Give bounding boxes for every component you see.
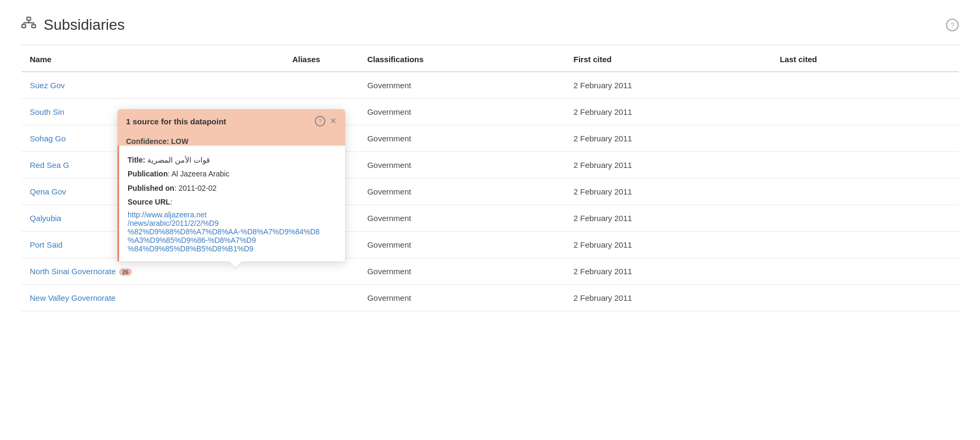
popover-header-right: ? ✕ [315,116,337,126]
publication-value: Al Jazeera Arabic [171,170,229,178]
first-cited-cell: 2 February 2011 [565,258,772,285]
popover-help-icon[interactable]: ? [315,116,325,126]
svg-rect-1 [22,24,26,28]
name-link[interactable]: South Sin [30,107,64,116]
table-row: New Valley GovernorateGovernment2 Februa… [21,285,959,311]
last-cited-cell [771,285,959,311]
table-row: Suez GovGovernment2 February 2011 [21,72,959,99]
name-link[interactable]: Suez Gov [30,81,65,90]
name-link[interactable]: North Sinai Governorate [30,267,116,276]
first-cited-cell: 2 February 2011 [565,285,772,311]
table-header-row: Name Aliases Classifications First cited… [21,45,959,72]
aliases-cell [284,72,359,99]
classification-cell: Government [359,179,565,205]
popover-publication-row: Publication: Al Jazeera Arabic [128,168,337,180]
page-header: Subsidiaries ? [21,16,959,34]
page-container: Subsidiaries ? 1 source for this datapoi… [0,0,980,440]
name-cell[interactable]: Suez Gov [21,72,284,99]
source-popover: 1 source for this datapoint ? ✕ Confiden… [117,109,346,262]
popover-body: Title: قوات الأمن المصرية Publication: A… [118,146,345,261]
confidence-value: LOW [171,137,189,146]
page-title: Subsidiaries [44,16,125,33]
classification-cell: Government [359,232,565,258]
col-header-last-cited: Last cited [771,45,959,72]
title-label: Title: [128,156,145,164]
popover-close-button[interactable]: ✕ [330,117,337,125]
classification-cell: Government [359,152,565,179]
publication-label: Publication [128,170,167,178]
table-wrapper: 1 source for this datapoint ? ✕ Confiden… [21,45,959,311]
svg-rect-0 [27,17,31,20]
name-link[interactable]: New Valley Governorate [30,293,115,302]
aliases-cell [284,258,359,285]
classification-cell: Government [359,205,565,232]
table-row: North Sinai Governorate26Government2 Feb… [21,258,959,285]
last-cited-cell [771,125,959,152]
confidence-label: Confidence: [126,137,169,146]
classification-cell: Government [359,125,565,152]
col-header-name: Name [21,45,284,72]
last-cited-cell [771,99,959,125]
title-value: قوات الأمن المصرية [147,156,210,164]
last-cited-cell [771,258,959,285]
first-cited-cell: 2 February 2011 [565,99,772,125]
first-cited-cell: 2 February 2011 [565,179,772,205]
name-link[interactable]: Red Sea G [30,160,69,170]
col-header-first-cited: First cited [565,45,772,72]
source-url-link[interactable]: http://www.aljazeera.net/news/arabic/201… [128,210,337,253]
last-cited-cell [771,152,959,179]
aliases-cell [284,285,359,311]
name-badge: 26 [119,268,132,276]
help-icon[interactable]: ? [946,19,959,31]
name-link[interactable]: Qalyubia [30,214,61,223]
first-cited-cell: 2 February 2011 [565,152,772,179]
first-cited-cell: 2 February 2011 [565,205,772,232]
classification-cell: Government [359,285,565,311]
name-link[interactable]: Sohag Go [30,134,66,143]
org-icon [21,16,36,34]
popover-title-row: Title: قوات الأمن المصرية [128,154,337,166]
popover-header: 1 source for this datapoint ? ✕ [118,109,345,133]
first-cited-cell: 2 February 2011 [565,125,772,152]
page-title-group: Subsidiaries [21,16,125,34]
source-url-label: Source URL [128,198,170,206]
popover-header-title: 1 source for this datapoint [126,117,226,126]
svg-rect-2 [32,24,36,28]
name-cell[interactable]: North Sinai Governorate26 [21,258,284,285]
popover-source-url-row: Source URL: [128,196,337,208]
classification-cell: Government [359,72,565,99]
last-cited-cell [771,179,959,205]
first-cited-cell: 2 February 2011 [565,232,772,258]
last-cited-cell [771,205,959,232]
popover-published-on-row: Published on: 2011-02-02 [128,182,337,194]
popover-confidence: Confidence: LOW [118,133,345,146]
name-link[interactable]: Qena Gov [30,187,66,196]
last-cited-cell [771,72,959,99]
first-cited-cell: 2 February 2011 [565,72,772,99]
name-link[interactable]: Port Said [30,240,63,249]
published-on-value: 2011-02-02 [179,184,217,192]
table-head: Name Aliases Classifications First cited… [21,45,959,72]
classification-cell: Government [359,258,565,285]
published-on-label: Published on [128,184,174,192]
name-cell[interactable]: New Valley Governorate [21,285,284,311]
col-header-aliases: Aliases [284,45,359,72]
last-cited-cell [771,232,959,258]
col-header-classifications: Classifications [359,45,565,72]
classification-cell: Government [359,99,565,125]
